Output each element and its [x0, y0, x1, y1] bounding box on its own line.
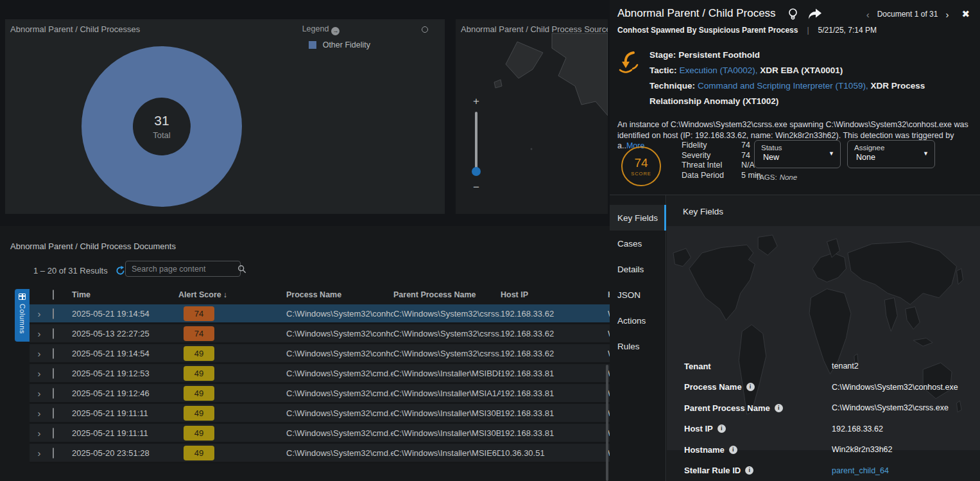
info-icon[interactable]: i	[718, 424, 726, 433]
score-value: 74	[634, 156, 648, 170]
row-checkbox[interactable]	[53, 308, 54, 319]
detail-panel-header: Abnormal Parent / Child Process ‹ Docume…	[610, 0, 980, 40]
chart-legend: Legend→ Other Fidelity	[302, 24, 370, 49]
key-field-value[interactable]: parent_child_64	[832, 466, 889, 475]
tab-details[interactable]: Details	[610, 256, 666, 282]
zoom-slider-track[interactable]	[475, 112, 477, 172]
map-zoom-control: + −	[471, 95, 481, 194]
alert-score-badge: 49	[184, 406, 214, 421]
technique-label: Technique:	[649, 81, 695, 91]
expand-row-icon[interactable]: ›	[30, 408, 49, 419]
donut-total-value: 31	[154, 113, 169, 128]
tab-json[interactable]: JSON	[610, 282, 666, 308]
status-dropdown-label: Status	[761, 144, 834, 152]
cell-parent-process-name: C:\Windows\Installer\MSIBDE	[393, 369, 501, 378]
cell-host-ip: 192.168.33.62	[501, 349, 608, 358]
row-checkbox[interactable]	[53, 388, 54, 399]
donut-chart[interactable]: 31 Total	[82, 46, 242, 207]
cell-parent-process-name: C:\Windows\System32\csrss.e	[393, 349, 501, 358]
key-field-row: Parent Process Namei C:\Windows\System32…	[684, 398, 967, 419]
row-checkbox[interactable]	[53, 348, 54, 359]
tab-key-fields[interactable]: Key Fields	[610, 205, 666, 231]
next-document-button[interactable]: ›	[941, 9, 952, 20]
technique-link[interactable]: Command and Scripting Interpreter (T1059…	[698, 81, 868, 91]
cell-time: 2025-05-21 19:11:11	[72, 428, 178, 438]
expand-row-icon[interactable]: ›	[30, 348, 49, 359]
column-header-time[interactable]: Time	[72, 290, 178, 299]
search-input[interactable]	[126, 265, 237, 274]
tags-label: TAGS:	[755, 173, 777, 181]
row-checkbox[interactable]	[53, 448, 54, 459]
zoom-slider-knob[interactable]	[472, 167, 481, 176]
alert-score-badge: 49	[184, 426, 214, 441]
tactic-link[interactable]: Execution (TA0002),	[680, 66, 758, 75]
table-grid-icon	[19, 293, 26, 300]
expand-row-icon[interactable]: ›	[30, 428, 49, 439]
zoom-in-button[interactable]: +	[473, 95, 479, 107]
detail-panel: Abnormal Parent / Child Process ‹ Docume…	[610, 0, 980, 481]
status-dropdown[interactable]: Status New ▼	[754, 140, 841, 168]
search-box	[125, 261, 241, 277]
columns-button[interactable]: Columns	[15, 289, 30, 342]
select-all-checkbox[interactable]	[53, 290, 54, 300]
expand-row-icon[interactable]: ›	[30, 448, 49, 459]
map-card-title: Abnormal Parent / Child Process Sources	[461, 24, 608, 34]
lightbulb-icon[interactable]	[787, 8, 798, 22]
cell-process-name: C:\Windows\System32\conho	[286, 309, 393, 319]
tab-rules[interactable]: Rules	[610, 333, 666, 359]
info-icon[interactable]: i	[746, 383, 755, 391]
expand-row-icon[interactable]: ›	[30, 388, 49, 399]
row-checkbox[interactable]	[53, 328, 54, 339]
info-icon[interactable]: i	[745, 466, 753, 475]
cell-time: 2025-05-20 23:51:28	[72, 448, 178, 458]
score-circle: 74 SCORE	[621, 146, 661, 186]
legend-collapse-icon[interactable]: →	[331, 27, 340, 35]
chevron-down-icon: ▼	[923, 150, 929, 157]
legend-item-label: Other Fidelity	[323, 40, 370, 49]
tab-actions[interactable]: Actions	[610, 308, 666, 333]
expand-row-icon[interactable]: ›	[30, 368, 49, 379]
cell-host-ip: 192.168.33.62	[501, 329, 608, 338]
column-header-process-name[interactable]: Process Name	[286, 290, 393, 299]
search-icon[interactable]	[237, 265, 246, 274]
score-label: SCORE	[631, 171, 651, 177]
key-field-value: tenant2	[832, 362, 859, 371]
donut-card-title: Abnormal Parent / Child Processes	[10, 24, 140, 34]
metric-row: Data Period5 min	[682, 171, 761, 181]
close-panel-icon[interactable]: ✖	[961, 8, 970, 20]
key-field-value: 192.168.33.62	[832, 424, 883, 433]
cell-process-name: C:\Windows\System32\cmd.e	[286, 448, 393, 458]
expand-row-icon[interactable]: ›	[30, 308, 49, 319]
zoom-out-button[interactable]: −	[471, 181, 481, 194]
legend-swatch	[309, 41, 316, 49]
row-checkbox[interactable]	[53, 428, 54, 439]
row-checkbox[interactable]	[53, 408, 54, 419]
column-header-alert-score[interactable]: Alert Score↓	[178, 290, 286, 299]
key-field-row: Host IPi 192.168.33.62	[684, 419, 967, 440]
columns-button-label: Columns	[19, 304, 26, 334]
prev-document-button[interactable]: ‹	[863, 9, 873, 20]
sort-desc-icon: ↓	[223, 290, 227, 299]
column-header-host-ip[interactable]: Host IP	[501, 290, 608, 299]
cell-time: 2025-05-21 19:14:54	[72, 349, 178, 358]
expand-row-icon[interactable]: ›	[30, 328, 49, 339]
table-scrollbar[interactable]	[606, 365, 608, 481]
share-icon[interactable]	[807, 8, 823, 21]
assignee-dropdown[interactable]: Assignee None ▼	[847, 140, 935, 168]
chevron-down-icon: ▼	[829, 150, 834, 157]
cell-time: 2025-05-13 22:27:25	[72, 329, 178, 338]
legend-item[interactable]: Other Fidelity	[309, 40, 370, 49]
cell-host-ip: 192.168.33.81	[501, 389, 608, 398]
refresh-icon[interactable]	[116, 266, 125, 275]
row-checkbox[interactable]	[53, 368, 54, 379]
cell-time: 2025-05-21 19:14:54	[72, 309, 178, 319]
tab-cases[interactable]: Cases	[610, 231, 666, 256]
info-icon[interactable]: i	[729, 446, 737, 454]
key-field-value: Win2k8r2n33h62	[832, 445, 893, 454]
app-root: Abnormal Parent / Child Processes Legend…	[0, 0, 980, 481]
info-icon[interactable]: i	[775, 404, 783, 412]
alert-score-badge: 49	[184, 446, 214, 460]
subtitle-separator: |	[807, 26, 809, 35]
key-fields-list: Tenanti tenant2 Process Namei C:\Windows…	[684, 356, 967, 481]
column-header-parent-process-name[interactable]: Parent Process Name	[393, 290, 501, 299]
